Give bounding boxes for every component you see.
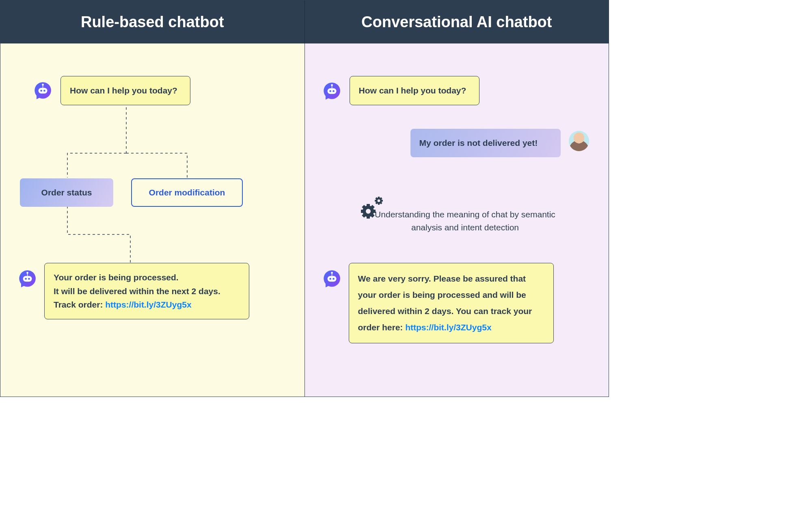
- svg-rect-37: [327, 276, 336, 282]
- bot-avatar-icon: [321, 81, 341, 102]
- bot-greeting-bubble: How can I help you today?: [60, 76, 190, 105]
- body: How can I help you today? Order status O…: [0, 43, 609, 397]
- svg-point-15: [333, 90, 335, 92]
- comparison-diagram: Rule-based chatbot Conversational AI cha…: [0, 0, 609, 397]
- header: Rule-based chatbot Conversational AI cha…: [0, 0, 609, 43]
- svg-line-32: [376, 198, 376, 199]
- svg-point-9: [28, 278, 30, 280]
- header-right-title: Conversational AI chatbot: [305, 0, 609, 43]
- processing-caption: Understanding the meaning of chat by sem…: [370, 208, 561, 234]
- svg-line-33: [380, 203, 381, 204]
- bot-response-bubble: Your order is being processed. It will b…: [44, 263, 249, 319]
- track-link[interactable]: https://bit.ly/3ZUyg5x: [405, 323, 491, 332]
- track-link[interactable]: https://bit.ly/3ZUyg5x: [105, 300, 191, 309]
- svg-point-17: [331, 84, 333, 86]
- svg-line-34: [376, 203, 376, 204]
- bot-response-line1: Your order is being processed.: [54, 271, 240, 284]
- user-avatar-icon: [569, 131, 589, 151]
- option-order-status[interactable]: Order status: [20, 178, 113, 207]
- bot-greeting-text: How can I help you today?: [359, 86, 466, 95]
- svg-point-2: [40, 90, 42, 92]
- column-conversational-ai: How can I help you today? My order is no…: [305, 43, 609, 397]
- track-label: Track order:: [54, 300, 105, 309]
- svg-rect-13: [327, 88, 336, 94]
- user-message-text: My order is not delivered yet!: [419, 138, 538, 147]
- option-order-modification[interactable]: Order modification: [131, 178, 243, 207]
- user-message-bubble: My order is not delivered yet!: [410, 129, 561, 157]
- bot-avatar-icon: [17, 269, 37, 289]
- svg-point-3: [43, 90, 45, 92]
- svg-line-23: [363, 206, 365, 208]
- bot-avatar-icon: [321, 269, 341, 289]
- header-left-title: Rule-based chatbot: [0, 0, 304, 43]
- bot-response-line2: It will be delivered within the next 2 d…: [54, 284, 240, 298]
- svg-point-11: [26, 272, 28, 274]
- option-label: Order modification: [149, 188, 225, 197]
- bot-greeting-text: How can I help you today?: [70, 86, 177, 95]
- bot-avatar-icon: [32, 81, 52, 101]
- svg-point-39: [333, 278, 335, 280]
- bot-response-bubble: We are very sorry. Please be assured tha…: [349, 263, 554, 343]
- svg-point-41: [331, 272, 333, 274]
- svg-point-14: [329, 90, 331, 92]
- svg-rect-1: [39, 88, 48, 93]
- svg-line-35: [380, 198, 381, 199]
- svg-line-26: [372, 206, 374, 208]
- svg-point-5: [42, 84, 44, 86]
- bot-response-track: Track order: https://bit.ly/3ZUyg5x: [54, 298, 240, 312]
- bot-greeting-bubble: How can I help you today?: [350, 76, 479, 105]
- svg-line-25: [363, 215, 365, 217]
- svg-point-27: [376, 199, 381, 203]
- column-rule-based: How can I help you today? Order status O…: [0, 43, 304, 397]
- option-label: Order status: [41, 188, 92, 197]
- svg-point-8: [25, 278, 27, 280]
- svg-rect-7: [23, 276, 32, 282]
- svg-point-38: [329, 278, 331, 280]
